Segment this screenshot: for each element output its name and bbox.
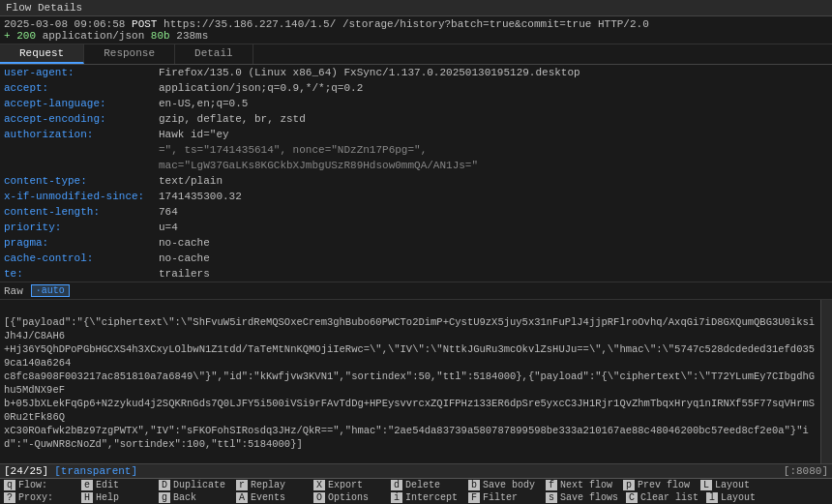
key-r: r: [236, 480, 248, 490]
header-key: te:: [4, 267, 159, 281]
header-value: en-US,en;q=0.5: [159, 97, 828, 110]
footer-item-export[interactable]: X Export: [310, 480, 387, 490]
header-key: content-type:: [4, 174, 159, 188]
body-text: [{"payload":"{\"ciphertext\":\"ShFvuW5ir…: [0, 300, 832, 463]
footer-item-clear-list[interactable]: C Clear list: [622, 492, 702, 503]
label-replay: Replay: [251, 480, 285, 490]
headers-area: user-agent: Firefox/135.0 (Linux x86_64)…: [0, 65, 832, 282]
key-g: g: [159, 492, 170, 503]
label-prev-flow: Prev flow: [638, 480, 690, 490]
header-key: accept:: [4, 81, 159, 95]
header-row-4: authorization: Hawk id="ey: [0, 127, 832, 142]
header-row-8: priority: u=4: [0, 220, 832, 235]
key-F: F: [468, 492, 480, 503]
key-i: i: [391, 492, 402, 503]
footer-item-help[interactable]: H Help: [77, 492, 155, 503]
label-edit: Edit: [96, 480, 119, 490]
content-type: application/json: [43, 30, 145, 42]
label-events: Events: [251, 492, 285, 503]
label-next-flow: Next flow: [560, 480, 612, 490]
footer-item-options[interactable]: O Options: [310, 492, 387, 503]
footer-item-flow: q Flow:: [0, 480, 77, 490]
mode: [transparent]: [54, 465, 137, 477]
footer-item-layout-2[interactable]: l Layout: [702, 492, 780, 503]
protocol: HTTP/2.0: [598, 18, 649, 30]
title-bar: Flow Details: [0, 0, 832, 16]
footer-item-events[interactable]: A Events: [232, 492, 310, 503]
scrollbar[interactable]: [820, 300, 832, 463]
raw-label: Raw: [4, 285, 23, 297]
header-value: Firefox/135.0 (Linux x86_64) FxSync/1.13…: [159, 66, 828, 79]
header-value: Hawk id="ey: [159, 128, 828, 141]
key-X: X: [313, 480, 325, 490]
header-row-5: content-type: text/plain: [0, 173, 832, 189]
key-H: H: [81, 492, 93, 503]
header-value-cont2: mac="LgW37GaLKs8KGCkbXJmbgUSzR89Hdsow0mm…: [159, 159, 828, 172]
header-key: [4, 159, 159, 172]
footer-item-edit[interactable]: e Edit: [77, 480, 155, 490]
duration: 238ms: [176, 30, 208, 42]
footer-bar: q Flow: e Edit D Duplicate r Replay X Ex…: [0, 478, 832, 504]
footer-item-save-body[interactable]: b Save body: [464, 480, 542, 490]
header-value: trailers: [159, 267, 828, 281]
footer-line-1: q Flow: e Edit D Duplicate r Replay X Ex…: [0, 479, 832, 491]
header-row-2: accept-language: en-US,en;q=0.5: [0, 96, 832, 111]
header-row-11: te: trailers: [0, 266, 832, 282]
label-clear-list: Clear list: [640, 492, 698, 503]
footer-item-filter[interactable]: F Filter: [464, 492, 542, 503]
header-key: authorization:: [4, 128, 159, 141]
key-q: q: [4, 480, 15, 490]
header-value: u=4: [159, 221, 828, 234]
header-value: 764: [159, 205, 828, 219]
key-L-1: L: [700, 480, 712, 490]
body-line-1: [{"payload":"{\"ciphertext\":\"ShFvuW5ir…: [4, 316, 815, 450]
header-row-3: accept-encoding: gzip, deflate, br, zstd: [0, 111, 832, 127]
label-save-flows: Save flows: [560, 492, 618, 503]
label-proxy: Proxy:: [18, 492, 53, 503]
footer-line-2: ? Proxy: H Help g Back A Events O Option…: [0, 491, 832, 504]
footer-item-prev-flow[interactable]: p Prev flow: [619, 480, 697, 490]
tab-detail[interactable]: Detail: [175, 44, 253, 64]
key-l-2: l: [706, 492, 718, 503]
tab-response[interactable]: Response: [84, 44, 175, 64]
footer-item-save-flows[interactable]: s Save flows: [542, 492, 622, 503]
key-f: f: [546, 480, 557, 490]
key-A: A: [236, 492, 248, 503]
key-s: s: [546, 492, 557, 503]
header-value: 1741435300.32: [159, 190, 828, 203]
status-bar: [24/25] [transparent] [:8080]: [0, 463, 832, 478]
label-help: Help: [96, 492, 119, 503]
header-key: priority:: [4, 221, 159, 234]
header-row-continuation2: mac="LgW37GaLKs8KGCkbXJmbgUSzR89Hdsow0mm…: [0, 158, 832, 173]
footer-item-replay[interactable]: r Replay: [232, 480, 310, 490]
key-d: d: [391, 480, 402, 490]
url-bar: 2025-03-08 09:06:58 POST https://35.186.…: [0, 16, 832, 44]
label-layout-1: Layout: [715, 480, 750, 490]
header-key: pragma:: [4, 236, 159, 250]
header-row-9: pragma: no-cache: [0, 235, 832, 251]
timestamp: 2025-03-08 09:06:58: [4, 18, 125, 30]
label-options: Options: [328, 492, 369, 503]
header-row-10: cache-control: no-cache: [0, 251, 832, 266]
method: POST: [132, 18, 157, 30]
tab-bar: Request Response Detail: [0, 44, 832, 65]
footer-item-duplicate[interactable]: D Duplicate: [155, 480, 232, 490]
window-title: Flow Details: [6, 2, 82, 14]
header-key: cache-control:: [4, 252, 159, 265]
label-filter: Filter: [483, 492, 518, 503]
footer-item-delete[interactable]: d Delete: [387, 480, 464, 490]
footer-item-intercept[interactable]: i Intercept: [387, 492, 464, 503]
header-key: x-if-unmodified-since:: [4, 190, 159, 203]
raw-toggle[interactable]: ·auto: [31, 284, 70, 297]
header-row-1: accept: application/json;q=0.9,*/*;q=0.2: [0, 80, 832, 96]
url: https://35.186.227.140/1.5/: [163, 18, 336, 30]
footer-item-layout-1[interactable]: L Layout: [697, 480, 774, 490]
key-e: e: [81, 480, 93, 490]
body-section[interactable]: [{"payload":"{\"ciphertext\":\"ShFvuW5ir…: [0, 300, 832, 463]
tab-request[interactable]: Request: [0, 44, 84, 64]
label-layout-2: Layout: [721, 492, 756, 503]
footer-item-back[interactable]: g Back: [155, 492, 232, 503]
header-value: gzip, deflate, br, zstd: [159, 112, 828, 126]
header-key: accept-encoding:: [4, 112, 159, 126]
footer-item-next-flow[interactable]: f Next flow: [542, 480, 619, 490]
